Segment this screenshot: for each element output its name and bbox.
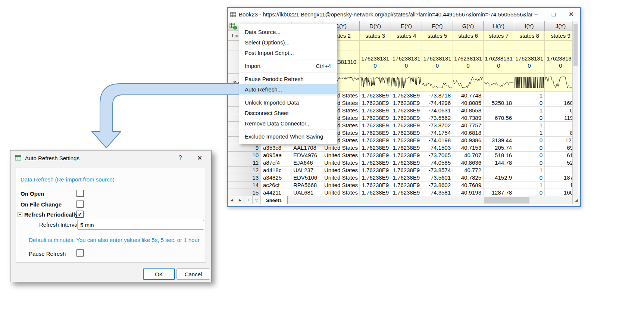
data-cell[interactable]: 3 (545, 167, 572, 174)
close-button[interactable]: ✕ (568, 8, 575, 21)
ok-button[interactable]: OK (143, 268, 175, 280)
row-number[interactable]: 9 (228, 144, 261, 152)
long-name-cell[interactable]: states 6 (453, 31, 484, 41)
data-cell[interactable]: 1.76238E9 (360, 189, 391, 196)
sheet-next-button[interactable]: ▶ (236, 196, 244, 204)
data-cell[interactable]: 0 (514, 152, 545, 159)
data-cell[interactable] (484, 181, 514, 189)
data-cell[interactable] (484, 122, 514, 129)
data-cell[interactable]: 1.76238E9 (391, 122, 422, 129)
data-cell[interactable]: 1287.78 (484, 189, 514, 196)
data-cell[interactable]: 69. (545, 144, 572, 152)
units-cell[interactable] (514, 41, 545, 50)
help-button[interactable]: ? (175, 155, 186, 161)
units-cell[interactable] (545, 41, 572, 50)
data-cell[interactable]: 40.7389 (453, 114, 484, 122)
sheet-tab[interactable]: Sheet1 (261, 196, 288, 204)
data-cell[interactable]: -73.8574 (422, 167, 453, 174)
row-number[interactable]: 15 (228, 189, 261, 196)
data-cell[interactable]: 1.76238E9 (391, 144, 422, 152)
data-cell[interactable]: 187. (545, 174, 572, 181)
data-cell[interactable]: 1.76238E9 (360, 122, 391, 129)
data-cell[interactable]: 1.76238E9 (391, 137, 422, 144)
data-cell[interactable]: RPA5668 (291, 181, 322, 189)
data-cell[interactable]: 119. (545, 114, 572, 122)
sparkline-cell[interactable] (484, 74, 514, 92)
data-cell[interactable]: 518.16 (484, 152, 514, 159)
data-cell[interactable] (545, 92, 572, 99)
data-cell[interactable]: 144.78 (484, 159, 514, 167)
data-cell[interactable]: United States (322, 144, 360, 152)
data-cell[interactable]: -73.8718 (422, 92, 453, 99)
units-cell[interactable] (453, 41, 484, 50)
column-header-h[interactable]: H(Y) (484, 21, 514, 31)
data-cell[interactable]: 0. (545, 107, 572, 114)
data-cell[interactable]: 1 (514, 122, 545, 129)
row-number[interactable]: 10 (228, 152, 261, 159)
sparkline-cell[interactable] (514, 74, 545, 92)
data-cell[interactable]: UAL681 (291, 189, 322, 196)
window-titlebar[interactable]: Book23 - https://lkb0221:Becngx11@opensk… (228, 8, 580, 21)
data-cell[interactable]: a4418c (261, 167, 291, 174)
data-cell[interactable]: 0 (514, 99, 545, 107)
data-cell[interactable]: United States (322, 174, 360, 181)
data-cell[interactable]: 1.76238E9 (391, 99, 422, 107)
data-cell[interactable]: a34825 (261, 174, 291, 181)
fx-cell[interactable]: 1762381310 (545, 50, 572, 74)
data-cell[interactable]: 40.9193 (453, 189, 484, 196)
data-cell[interactable]: 1.76238E9 (360, 144, 391, 152)
vertical-scrollbar[interactable] (572, 21, 578, 196)
long-name-cell[interactable]: states 8 (514, 31, 545, 41)
data-cell[interactable]: 160. (545, 99, 572, 107)
data-cell[interactable]: United States (322, 181, 360, 189)
long-name-cell[interactable]: states 3 (360, 31, 391, 41)
data-cell[interactable]: 40.7748 (453, 92, 484, 99)
data-cell[interactable] (484, 167, 514, 174)
data-cell[interactable]: 4152.9 (484, 174, 514, 181)
data-cell[interactable]: -73.8702 (422, 122, 453, 129)
dialog-close-button[interactable]: ✕ (196, 154, 204, 162)
data-cell[interactable]: 1.76238E9 (391, 181, 422, 189)
long-name-cell[interactable]: states 9 (545, 31, 572, 41)
sparkline-cell[interactable] (545, 74, 572, 92)
menu-item-post-import-script[interactable]: Post Import Script... (239, 47, 337, 58)
data-cell[interactable]: -74.0198 (422, 137, 453, 144)
data-cell[interactable]: 1.76238E9 (391, 167, 422, 174)
data-cell[interactable]: 40.7757 (453, 122, 484, 129)
data-cell[interactable]: United States (322, 167, 360, 174)
data-cell[interactable]: 40.7153 (453, 144, 484, 152)
data-cell[interactable]: 1.76238E9 (391, 92, 422, 99)
data-cell[interactable]: 40.8558 (453, 107, 484, 114)
menu-item-data-source[interactable]: Data Source... (239, 27, 337, 37)
vertical-scrollbar-thumb[interactable] (573, 24, 578, 66)
sparkline-cell[interactable] (391, 74, 422, 92)
data-cell[interactable]: 3139.44 (484, 137, 514, 144)
data-cell[interactable]: a44211 (261, 189, 291, 196)
menu-item-import[interactable]: ImportCtrl+4 (239, 60, 337, 71)
data-cell[interactable]: 1. (545, 181, 572, 189)
units-cell[interactable] (391, 41, 422, 50)
data-cell[interactable]: 1 (514, 92, 545, 99)
data-cell[interactable]: 40.7825 (453, 174, 484, 181)
data-cell[interactable] (484, 92, 514, 99)
row-number[interactable]: 11 (228, 159, 261, 167)
menu-item-remove-data-connector[interactable]: Remove Data Connector... (239, 118, 337, 128)
data-cell[interactable]: a095aa (261, 152, 291, 159)
data-cell[interactable]: 40.707 (453, 152, 484, 159)
data-cell[interactable]: 205.74 (484, 144, 514, 152)
data-cell[interactable]: ac26cf (261, 181, 291, 189)
data-cell[interactable]: -74.0585 (422, 159, 453, 167)
data-cell[interactable]: 1.76238E9 (360, 167, 391, 174)
data-cell[interactable]: EDV5106 (291, 174, 322, 181)
data-cell[interactable]: -74.0631 (422, 107, 453, 114)
data-cell[interactable]: -73.5601 (422, 174, 453, 181)
data-cell[interactable]: 1.76238E9 (391, 129, 422, 137)
data-cell[interactable]: 1.76238E9 (360, 107, 391, 114)
dialog-titlebar[interactable]: Auto Refresh Settings ? ✕ (10, 150, 211, 165)
column-header-g[interactable]: G(Y) (453, 21, 484, 31)
data-cell[interactable]: 1.76238E9 (360, 99, 391, 107)
data-cell[interactable]: 1.76238E9 (391, 174, 422, 181)
refresh-periodically-checkbox[interactable]: ✓ (76, 211, 84, 218)
data-cell[interactable]: 61. (545, 152, 572, 159)
fx-cell[interactable]: 1762381310 (453, 50, 484, 74)
